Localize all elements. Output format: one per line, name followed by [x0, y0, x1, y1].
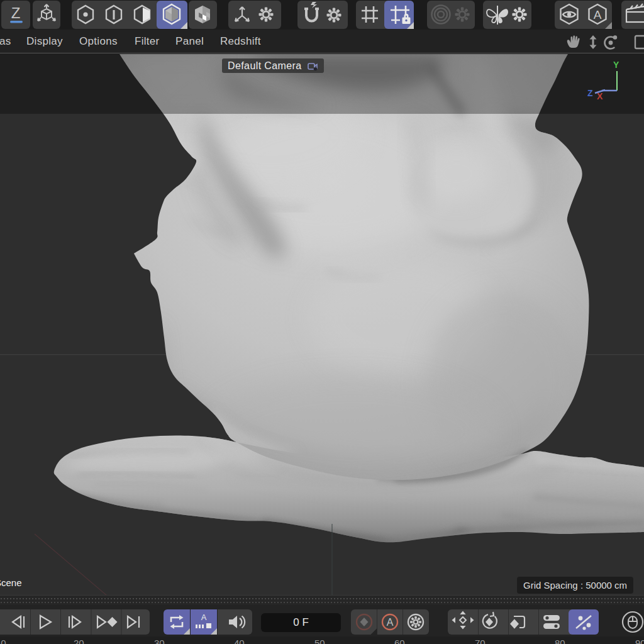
svg-text:A: A	[387, 617, 394, 628]
svg-text:A: A	[594, 8, 602, 21]
svg-text:A: A	[201, 613, 207, 622]
svg-text:Z: Z	[587, 88, 593, 98]
svg-text:Z: Z	[11, 4, 21, 21]
svg-text:Y: Y	[613, 60, 619, 70]
svg-text:X: X	[597, 91, 603, 101]
